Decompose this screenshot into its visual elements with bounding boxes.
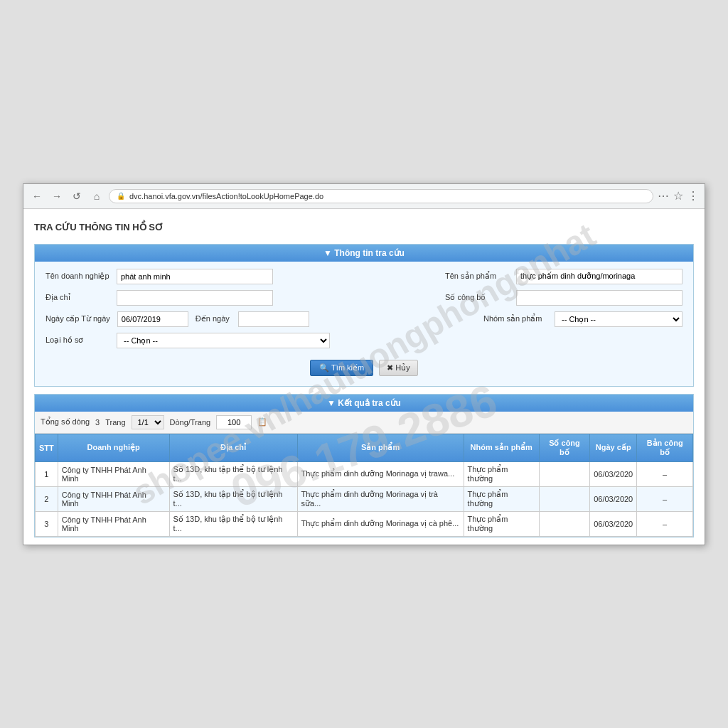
date-to-label: Đến ngày <box>196 314 231 323</box>
table-row: 3 Công ty TNHH Phát Anh Minh Số 13D, khu… <box>36 511 693 536</box>
results-panel: ▼ Kết quả tra cứu Tổng số dòng 3 Trang 1… <box>34 394 694 537</box>
cancel-button[interactable]: ✖ Hủy <box>379 360 418 376</box>
home-button[interactable]: ⌂ <box>89 188 105 204</box>
cell-doc: – <box>637 461 693 486</box>
cell-address: Số 13D, khu tập thể bộ tư lệnh t... <box>169 511 297 536</box>
search-panel: ▼ Thông tin tra cứu Tên doanh nghiệp Tên… <box>34 244 694 387</box>
cell-group: Thực phẩm thường <box>464 486 539 511</box>
menu-icon: ⋮ <box>687 189 699 203</box>
col-product: Sản phẩm <box>297 434 464 461</box>
extensions-icon: ⋯ <box>658 189 669 203</box>
cell-group: Thực phẩm thường <box>464 461 539 486</box>
col-address: Địa chỉ <box>169 434 297 461</box>
back-button[interactable]: ← <box>29 188 45 204</box>
refresh-button[interactable]: ↺ <box>69 188 85 204</box>
cell-date: 06/03/2020 <box>590 461 637 486</box>
publish-number-label: Số công bố <box>445 293 509 302</box>
page-select[interactable]: 1/1 <box>132 415 164 429</box>
table-row: 1 Công ty TNHH Phát Anh Minh Số 13D, khu… <box>36 461 693 486</box>
date-to-input[interactable] <box>238 311 309 327</box>
export-icon[interactable]: 📋 <box>257 417 267 427</box>
file-type-select[interactable]: -- Chọn -- <box>117 333 330 348</box>
page-title: TRA CỨU THÔNG TIN HỒ SƠ <box>34 216 694 238</box>
table-row: 2 Công ty TNHH Phát Anh Minh Số 13D, khu… <box>36 486 693 511</box>
company-label: Tên doanh nghiệp <box>46 272 109 281</box>
col-doc: Bản công bố <box>637 434 693 461</box>
date-from-label: Ngày cấp Từ ngày <box>46 314 110 323</box>
cell-date: 06/03/2020 <box>590 511 637 536</box>
address-label: Địa chỉ <box>46 293 109 302</box>
cell-product: Thực phẩm dinh dưỡng Morinaga vị trà sữa… <box>297 486 464 511</box>
cell-group: Thực phẩm thường <box>464 511 539 536</box>
cell-doc: – <box>637 486 693 511</box>
col-date: Ngày cấp <box>590 434 637 461</box>
results-panel-header: ▼ Kết quả tra cứu <box>35 395 693 412</box>
cell-stt: 3 <box>36 511 58 536</box>
col-company: Doanh nghiệp <box>58 434 169 461</box>
date-from-input[interactable] <box>117 311 188 327</box>
lock-icon: 🔒 <box>117 192 125 200</box>
product-name-label: Tên sản phẩm <box>445 272 509 281</box>
search-panel-header: ▼ Thông tin tra cứu <box>35 245 693 262</box>
col-publish-no: Số công bố <box>539 434 589 461</box>
page-label: Trang <box>105 418 125 427</box>
cell-publish-no <box>539 486 589 511</box>
cell-product: Thực phẩm dinh dưỡng Morinaga vị trawa..… <box>297 461 464 486</box>
product-group-label: Nhóm sản phẩm <box>483 314 547 323</box>
pagination-row: Tổng số dòng 3 Trang 1/1 Dòng/Trang 📋 <box>35 412 693 434</box>
rows-per-page-label: Dòng/Trang <box>170 418 211 427</box>
forward-button[interactable]: → <box>49 188 65 204</box>
total-rows-label: Tổng số dòng <box>41 417 90 427</box>
product-name-input[interactable] <box>516 269 682 284</box>
address-bar[interactable]: 🔒 dvc.hanoi.vfa.gov.vn/filesAction!toLoo… <box>109 189 653 203</box>
cell-date: 06/03/2020 <box>590 486 637 511</box>
cell-doc: – <box>637 511 693 536</box>
file-type-label: Loại hồ sơ <box>46 336 109 345</box>
button-row: 🔍 Tìm kiếm ✖ Hủy <box>46 354 682 379</box>
cell-company: Công ty TNHH Phát Anh Minh <box>58 486 169 511</box>
col-stt: STT <box>36 434 58 461</box>
cell-company: Công ty TNHH Phát Anh Minh <box>58 461 169 486</box>
url-text: dvc.hanoi.vfa.gov.vn/filesAction!toLookU… <box>129 192 323 200</box>
total-rows-value: 3 <box>95 418 100 427</box>
bookmark-icon: ☆ <box>673 189 683 203</box>
search-panel-body: Tên doanh nghiệp Tên sản phẩm Địa chỉ Số… <box>35 262 693 386</box>
cell-product: Thực phẩm dinh dưỡng Morinaga vị cà phê.… <box>297 511 464 536</box>
form-row-4: Loại hồ sơ -- Chọn -- <box>46 333 682 348</box>
address-input[interactable] <box>117 290 273 306</box>
product-group-select[interactable]: -- Chọn -- Thực phẩm thường <box>555 311 682 327</box>
form-row-3: Ngày cấp Từ ngày Đến ngày Nhóm sản phẩm … <box>46 311 682 327</box>
form-row-2: Địa chỉ Số công bố <box>46 290 682 306</box>
search-button[interactable]: 🔍 Tìm kiếm <box>310 360 373 376</box>
form-row-1: Tên doanh nghiệp Tên sản phẩm <box>46 269 682 284</box>
browser-chrome: ← → ↺ ⌂ 🔒 dvc.hanoi.vfa.gov.vn/filesActi… <box>23 184 705 209</box>
page-content: TRA CỨU THÔNG TIN HỒ SƠ ▼ Thông tin tra … <box>23 209 705 545</box>
cell-publish-no <box>539 461 589 486</box>
company-input[interactable] <box>117 269 273 284</box>
table-header-row: STT Doanh nghiệp Địa chỉ Sản phẩm Nhóm s… <box>36 434 693 461</box>
cell-address: Số 13D, khu tập thể bộ tư lệnh t... <box>169 486 297 511</box>
cell-stt: 2 <box>36 486 58 511</box>
data-table: STT Doanh nghiệp Địa chỉ Sản phẩm Nhóm s… <box>35 434 693 537</box>
publish-number-input[interactable] <box>516 290 682 306</box>
cell-stt: 1 <box>36 461 58 486</box>
browser-toolbar: ← → ↺ ⌂ 🔒 dvc.hanoi.vfa.gov.vn/filesActi… <box>23 184 705 208</box>
cell-address: Số 13D, khu tập thể bộ tư lệnh t... <box>169 461 297 486</box>
rows-per-page-input[interactable] <box>216 415 252 429</box>
cell-company: Công ty TNHH Phát Anh Minh <box>58 511 169 536</box>
browser-actions: ⋯ ☆ ⋮ <box>658 189 699 203</box>
cell-publish-no <box>539 511 589 536</box>
col-group: Nhóm sản phẩm <box>464 434 539 461</box>
